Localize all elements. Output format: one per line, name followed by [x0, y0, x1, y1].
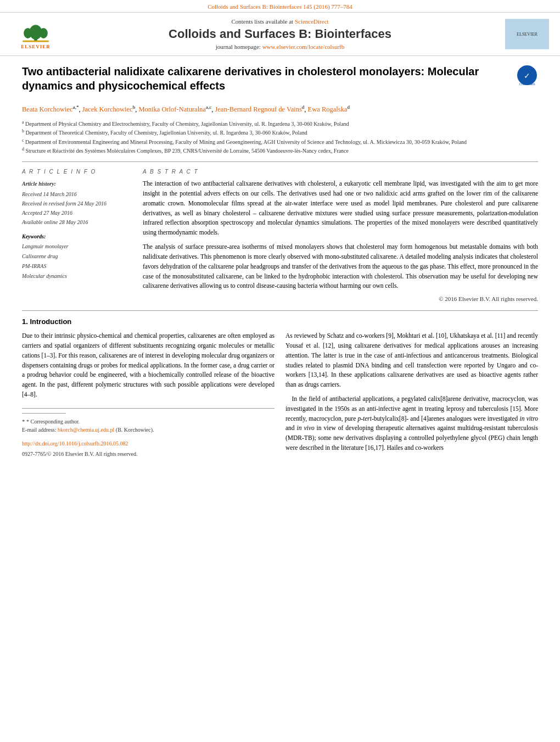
journal-homepage-link[interactable]: www.elsevier.com/locate/colsurfb [262, 43, 345, 50]
svg-text:✓: ✓ [524, 71, 530, 80]
keyword-2: Calixarene drug [22, 252, 132, 261]
doi-link[interactable]: http://dx.doi.org/10.1016/j.colsurfb.201… [22, 440, 128, 447]
doi-line: http://dx.doi.org/10.1016/j.colsurfb.201… [22, 439, 275, 448]
science-direct-link[interactable]: ScienceDirect [295, 18, 329, 25]
affiliation-d: d Structure et Réactivité des Systèmes M… [22, 146, 538, 155]
elsevier-tree-icon [16, 22, 55, 43]
introduction-heading: 1. Introduction [22, 317, 538, 326]
article-history-title: Article history: [22, 179, 132, 188]
main-content: Due to their intrinsic physico-chemical … [22, 331, 538, 458]
article-container: Two antibacterial nalidixate calixarene … [0, 56, 560, 469]
abstract-label: A B S T R A C T [143, 169, 538, 175]
copyright-line: © 2016 Elsevier B.V. All rights reserved… [143, 295, 538, 302]
email-link[interactable]: bkorch@chemia.uj.edu.pl [58, 427, 114, 433]
affiliations: a Department of Physical Chemistry and E… [22, 119, 538, 155]
author-rogalska[interactable]: Ewa Rogalska [308, 105, 348, 113]
svg-text:CrossMark: CrossMark [519, 82, 535, 86]
intro-right-p1: As reviewed by Schatz and co-workers [9]… [285, 331, 538, 390]
svg-text:ELSEVIER: ELSEVIER [517, 32, 537, 37]
article-info-abstract: A R T I C L E I N F O Article history: R… [22, 169, 538, 302]
right-logo-image: ELSEVIER [505, 19, 549, 49]
footnote-area: * * Corresponding author. E-mail address… [22, 408, 275, 459]
journal-homepage-line: journal homepage: www.elsevier.com/locat… [169, 43, 391, 50]
article-title-section: Two antibacterial nalidixate calixarene … [22, 64, 538, 98]
crossmark-icon: ✓ CrossMark [516, 64, 538, 86]
left-column: Due to their intrinsic physico-chemical … [22, 331, 275, 458]
keyword-3: PM-IRRAS [22, 261, 132, 271]
footnote-star: * [22, 418, 25, 425]
elsevier-logo-left: ELSEVIER [11, 19, 60, 49]
abstract-section: A B S T R A C T The interaction of two a… [143, 169, 538, 302]
accepted-date: Accepted 27 May 2016 [22, 208, 132, 217]
article-info-panel: A R T I C L E I N F O Article history: R… [22, 169, 132, 302]
affiliation-c: c Department of Environmental Engineerin… [22, 137, 538, 146]
journal-title: Colloids and Surfaces B: Biointerfaces [169, 27, 391, 41]
svg-point-2 [24, 28, 32, 38]
author-regnouf-de-vains[interactable]: Jean-Bernard Regnouf de Vains [215, 105, 301, 113]
abstract-text: The interaction of two antibacterial cal… [143, 179, 538, 291]
affiliation-a: a Department of Physical Chemistry and E… [22, 119, 538, 128]
author-korchowiec-beata[interactable]: Beata Korchowiec [22, 105, 73, 113]
elsevier-logo-right: ELSEVIER [505, 19, 549, 49]
abstract-paragraph-2: The analysis of surface pressure-area is… [143, 242, 538, 291]
svg-point-3 [40, 28, 48, 38]
email-footnote: E-mail address: bkorch@chemia.uj.edu.pl … [22, 426, 275, 434]
keywords-list: Langmuir monolayer Calixarene drug PM-IR… [22, 242, 132, 281]
article-title: Two antibacterial nalidixate calixarene … [22, 64, 511, 93]
keywords-section: Keywords: Langmuir monolayer Calixarene … [22, 233, 132, 281]
intro-right-p2: In the field of antibacterial applicatio… [285, 394, 538, 453]
elsevier-brand-text: ELSEVIER [21, 44, 51, 49]
revised-date: Received in revised form 24 May 2016 [22, 199, 132, 208]
article-history: Article history: Received 14 March 2016 … [22, 179, 132, 227]
separator-2 [22, 310, 538, 311]
journal-center: Contents lists available at ScienceDirec… [169, 18, 391, 50]
article-info-label: A R T I C L E I N F O [22, 169, 132, 175]
author-orlof-naturalna[interactable]: Monika Orlof-Naturalna [138, 105, 206, 113]
corresponding-author-note: * * Corresponding author. [22, 417, 275, 426]
author-korchowiec-jacek[interactable]: Jacek Korchowiec [82, 105, 133, 113]
authors-line: Beata Korchowieca,*, Jacek Korchowiecb, … [22, 104, 538, 115]
intro-left-p1: Due to their intrinsic physico-chemical … [22, 331, 275, 400]
affiliation-b: b Department of Theoretical Chemistry, F… [22, 128, 538, 137]
contents-available-line: Contents lists available at ScienceDirec… [169, 18, 391, 25]
separator-1 [22, 161, 538, 162]
keywords-title: Keywords: [22, 233, 132, 239]
keyword-4: Molecular dynamics [22, 271, 132, 281]
right-column: As reviewed by Schatz and co-workers [9]… [285, 331, 538, 458]
journal-reference-bar: Colloids and Surfaces B: Biointerfaces 1… [0, 0, 560, 13]
svg-rect-4 [23, 41, 49, 42]
abstract-paragraph-1: The interaction of two antibacterial cal… [143, 179, 538, 238]
journal-header: ELSEVIER Contents lists available at Sci… [0, 13, 560, 56]
received-date: Received 14 March 2016 [22, 189, 132, 199]
available-date: Available online 28 May 2016 [22, 217, 132, 227]
journal-reference-text: Colloids and Surfaces B: Biointerfaces 1… [208, 3, 352, 10]
right-body-text: As reviewed by Schatz and co-workers [9]… [285, 331, 538, 453]
footnote-separator-line [22, 413, 66, 414]
left-body-text: Due to their intrinsic physico-chemical … [22, 331, 275, 400]
issn-line: 0927-7765/© 2016 Elsevier B.V. All right… [22, 450, 275, 458]
keyword-1: Langmuir monolayer [22, 242, 132, 252]
